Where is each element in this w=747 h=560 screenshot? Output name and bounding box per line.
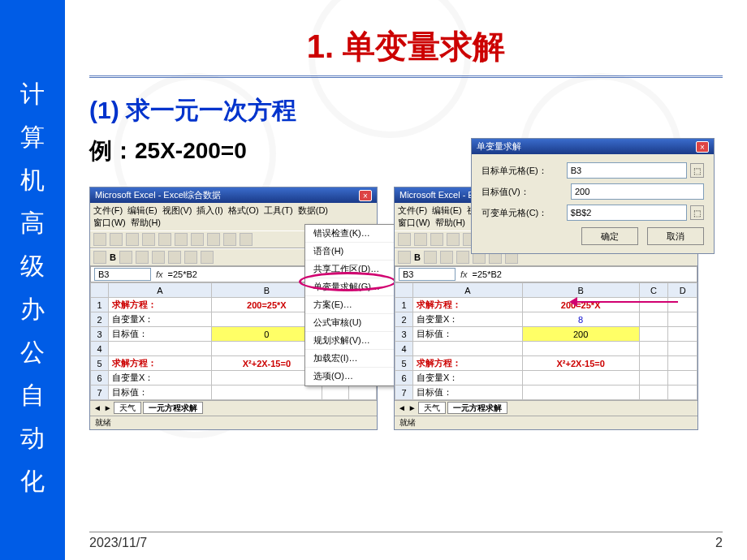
- subheading: (1) 求一元一次方程: [89, 94, 723, 127]
- spreadsheet-grid-right[interactable]: ABCD1求解方程：200=25*X2自变量X：83目标值：20045求解方程：…: [395, 282, 697, 400]
- status-bar: 就绪: [90, 416, 377, 429]
- window-title: Microsoft Excel - Excel综合数据: [95, 189, 221, 201]
- menu-item[interactable]: 共享工作区(D)…: [305, 261, 397, 278]
- sidebar-char: 计: [20, 78, 45, 111]
- sidebar-char: 化: [20, 465, 45, 498]
- sidebar-char: 自: [20, 379, 45, 412]
- sidebar-char: 级: [20, 250, 45, 283]
- dialog-titlebar[interactable]: 单变量求解 ×: [472, 139, 714, 154]
- menu-item[interactable]: 错误检查(K)…: [305, 225, 397, 243]
- close-icon[interactable]: ×: [696, 141, 709, 153]
- name-box[interactable]: B3: [399, 268, 456, 281]
- goal-seek-dialog[interactable]: 单变量求解 × 目标单元格(E)： ⬚ 目标值(V)： 可变单元格(C)： ⬚ …: [471, 138, 715, 254]
- cancel-button[interactable]: 取消: [647, 227, 704, 245]
- menu-item[interactable]: 选项(O)…: [305, 368, 397, 386]
- dialog-title: 单变量求解: [477, 140, 521, 153]
- ok-button[interactable]: 确定: [581, 227, 638, 245]
- target-value-label: 目标值(V)：: [481, 186, 571, 198]
- close-icon[interactable]: ×: [359, 190, 372, 201]
- changing-cell-input[interactable]: [567, 205, 687, 221]
- divider: [89, 75, 723, 78]
- target-cell-label: 目标单元格(E)：: [481, 165, 567, 177]
- window-titlebar[interactable]: Microsoft Excel - Excel综合数据 ×: [90, 187, 377, 203]
- sidebar: 计算机高级办公自动化: [0, 0, 65, 560]
- sidebar-char: 公: [20, 336, 45, 369]
- changing-cell-label: 可变单元格(C)：: [481, 207, 567, 219]
- range-picker-icon[interactable]: ⬚: [690, 163, 704, 178]
- menu-item[interactable]: 规划求解(V)…: [305, 332, 397, 350]
- target-value-input[interactable]: [571, 183, 704, 200]
- sidebar-char: 动: [20, 422, 45, 455]
- slide-title: 1. 单变量求解: [89, 24, 723, 69]
- fx-icon[interactable]: fx: [156, 269, 163, 279]
- menu-item[interactable]: 单变量求解(G)…: [305, 278, 397, 296]
- range-picker-icon[interactable]: ⬚: [690, 205, 704, 220]
- footer-date: 2023/11/7: [89, 536, 147, 550]
- menu-item[interactable]: 公式审核(U): [305, 314, 397, 332]
- menu-item[interactable]: 加载宏(I)…: [305, 350, 397, 368]
- slide-footer: 2023/11/7 2: [89, 532, 723, 550]
- menu-item[interactable]: 语音(H): [305, 243, 397, 261]
- menu-item[interactable]: 方案(E)…: [305, 296, 397, 314]
- arrow-annotation: [572, 301, 678, 303]
- formula-text: =25*B2: [168, 269, 197, 279]
- footer-page: 2: [715, 536, 723, 550]
- sidebar-char: 办: [20, 293, 45, 326]
- sheet-tabs[interactable]: ◄ ► 天气一元方程求解: [395, 400, 697, 416]
- formula-bar[interactable]: B3 fx =25*B2: [395, 266, 697, 282]
- status-bar: 就绪: [395, 416, 697, 429]
- sidebar-char: 算: [20, 121, 45, 154]
- fx-icon[interactable]: fx: [460, 269, 468, 279]
- target-cell-input[interactable]: [567, 162, 687, 179]
- name-box[interactable]: B3: [94, 268, 151, 281]
- tools-dropdown[interactable]: 错误检查(K)…语音(H)共享工作区(D)…单变量求解(G)…方案(E)…公式审…: [304, 224, 398, 386]
- sidebar-char: 高: [20, 207, 45, 240]
- sheet-tabs[interactable]: ◄ ► 天气一元方程求解: [90, 400, 377, 416]
- sidebar-char: 机: [20, 164, 45, 197]
- formula-text: =25*B2: [473, 269, 502, 279]
